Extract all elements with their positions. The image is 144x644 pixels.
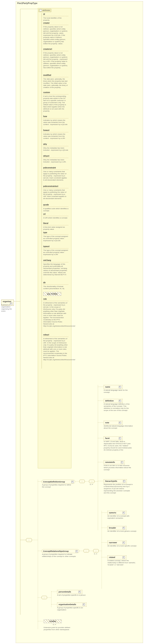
attr-name: role (43, 298, 68, 300)
attr-desc: If the property value is not defined, sp… (43, 26, 68, 45)
attr-name: how (43, 115, 68, 118)
elem-hierarchyinfo: hierarchyInfo (104, 479, 127, 483)
elem-definition: definition (104, 399, 123, 403)
attr-desc: A free-text value assigned as property v… (43, 226, 68, 230)
expand-icon[interactable] (76, 550, 78, 552)
attr-custom: custom If set to true the corresponding … (43, 91, 68, 112)
attr-roleuri: roleuri A refinement of the semantics of… (43, 334, 68, 361)
expand-icon[interactable] (123, 480, 125, 482)
connector-to-attributes (20, 9, 38, 9)
any-other-label: ##other (49, 620, 56, 622)
connector (51, 592, 57, 592)
connector (85, 481, 89, 482)
expand-icon[interactable] (71, 481, 74, 483)
expand-icon[interactable] (83, 604, 85, 606)
group-desc: A group of properties required to define… (42, 484, 73, 488)
attr-desc: Indicates by which means the value was e… (43, 119, 68, 126)
attr-whyuri: whyuri Why the metadata has been include… (43, 155, 68, 163)
expand-icon[interactable] (119, 386, 121, 388)
elem-desc: In NAR 1.8 and later, facet is deprecate… (104, 440, 133, 451)
connector (102, 528, 108, 528)
attr-name: creatoruri (43, 48, 68, 50)
any-other-label: any ##other (47, 293, 58, 295)
cardinality-label: 0..∞ (53, 624, 56, 626)
attr-desc: Specifies the language of this property … (43, 263, 68, 276)
connector (98, 481, 104, 481)
attr-name: roleuri (43, 334, 68, 336)
attr-typeuri: typeuri The type of the concept assigned… (43, 245, 68, 256)
attr-desc: One or many constraints that apply to pu… (43, 189, 68, 200)
connector (99, 551, 102, 551)
expand-icon[interactable] (119, 437, 121, 440)
connector (79, 551, 84, 551)
elem-label: note (105, 422, 109, 424)
connector-vline (20, 9, 20, 615)
type-title: Flex1PartyPropType (17, 2, 37, 4)
expand-icon[interactable] (119, 400, 121, 402)
elem-name: name (104, 385, 123, 389)
attr-why: why Why the metadata has been included -… (43, 143, 68, 151)
elem-desc: An identifier of a more generic concept. (108, 530, 137, 532)
attr-name: why (43, 143, 68, 146)
elem-desc: A set of properties specific to a person (57, 594, 87, 596)
attr-desc: A refinement of the semantics of the pro… (43, 338, 68, 361)
elem-label: definition (105, 400, 114, 402)
attr-desc: Indicates by which means the value was e… (43, 133, 68, 140)
attr-creatoruri: creatoruri If the property value is not … (43, 48, 68, 69)
attr-how: how Indicates by which means the value w… (43, 115, 68, 126)
expand-icon[interactable] (123, 512, 125, 514)
expand-icon[interactable] (119, 422, 121, 424)
attr-desc: If the property value is not defined, sp… (43, 52, 68, 69)
elem-label: facet (105, 437, 110, 439)
connector (98, 422, 104, 423)
elem-narrower: narrower (108, 541, 126, 545)
attr-name: howuri (43, 129, 68, 132)
elem-any-other: ##other (44, 620, 62, 623)
elem-desc: Represents the position of a concept in … (104, 484, 133, 494)
attr-desc: The type of the concept assigned as cont… (43, 249, 68, 256)
elem-related: related (108, 556, 126, 560)
sequence-icon (79, 480, 85, 483)
attr-desc: A qualified code which identifies a conc… (43, 208, 68, 212)
expand-icon[interactable] (79, 591, 81, 593)
connector (102, 542, 108, 543)
elem-desc: Extension point for provider-defined pro… (44, 626, 73, 631)
attr-name: custom (43, 91, 68, 94)
attr-name: modified (43, 74, 68, 76)
elem-desc: A natural language definition of the sem… (104, 403, 133, 412)
connector (38, 551, 42, 551)
elem-sameas: sameAs (108, 511, 126, 515)
attr-name: pubconstrainturi (43, 185, 68, 188)
expand-icon[interactable] (121, 461, 123, 464)
attr-uri: uri A URI which identifies a concept. (43, 213, 68, 219)
organiser-desc: A person or organisation organising the … (1, 304, 16, 312)
minus-icon[interactable] (40, 9, 42, 11)
elem-desc: A link to an item or a web resource whic… (104, 464, 133, 471)
attr-role: role A refinement of the semantics of th… (43, 298, 68, 327)
cardinality-label: 0..∞ (90, 484, 93, 485)
connector (38, 598, 42, 598)
sequence-icon (84, 549, 89, 552)
cardinality-label: 0..∞ (94, 553, 97, 555)
attr-desc: Why the metadata has been included - exp… (43, 147, 68, 151)
expand-icon[interactable] (123, 556, 125, 558)
connector (51, 604, 57, 605)
connector (102, 557, 108, 558)
attr-desc: If set to true the corresponding propert… (43, 95, 68, 112)
attr-pubconstraint: pubconstraint One or many constraints th… (43, 167, 68, 181)
choice-icon (93, 549, 99, 552)
elem-label: narrower (109, 542, 117, 544)
connector (98, 387, 104, 387)
expand-icon[interactable] (123, 542, 125, 544)
expand-icon[interactable] (123, 527, 125, 529)
connector-vline (98, 385, 98, 530)
attr-name: type (43, 232, 68, 234)
elem-desc: A group of properties specific to an org… (57, 607, 87, 611)
connector (98, 438, 104, 438)
connector-line (14, 301, 20, 302)
attr-xmllang: xml:lang Specifies the language of this … (43, 259, 68, 276)
elem-remoteinfo: remoteInfo (104, 460, 125, 464)
attr-desc: One or many constraints that apply to pu… (43, 171, 68, 181)
connector-to-seq (20, 540, 26, 540)
connector (98, 400, 104, 401)
